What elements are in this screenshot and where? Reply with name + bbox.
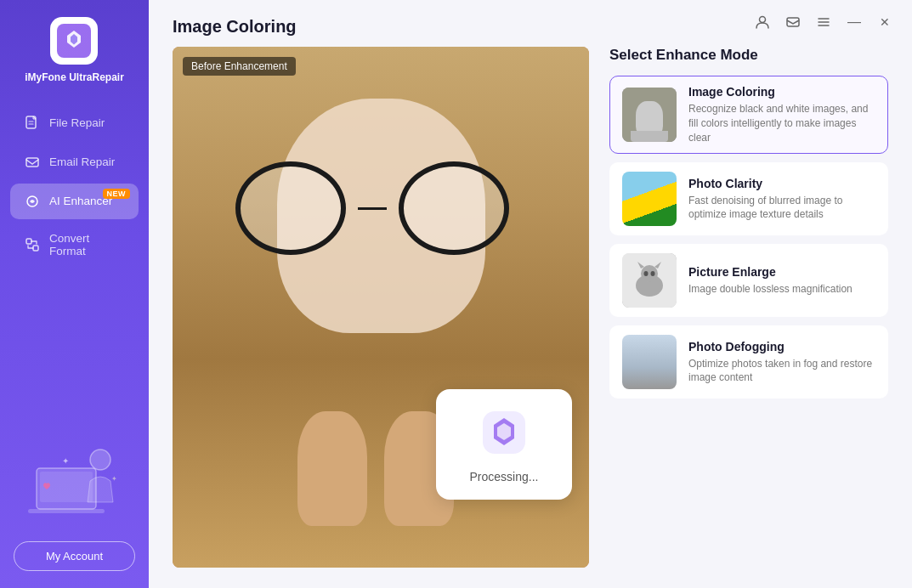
svg-point-23	[644, 271, 649, 276]
mode-desc-image-coloring: Recognize black and white images, and fi…	[688, 102, 875, 144]
sidebar-item-convert-format[interactable]: Convert Format	[10, 223, 139, 267]
glass-left	[235, 161, 346, 255]
glass-bridge	[358, 207, 387, 210]
mode-card-photo-defogging[interactable]: Photo Defogging Optimize photos taken in…	[609, 325, 888, 399]
mode-name-picture-enlarge: Picture Enlarge	[688, 265, 875, 279]
sidebar: iMyFone UltraRepair File Repair	[0, 0, 149, 588]
my-account-button[interactable]: My Account	[14, 541, 135, 571]
svg-point-11	[90, 449, 110, 470]
face-silhouette	[622, 88, 677, 142]
mode-thumbnail-photo-clarity	[622, 172, 677, 226]
minimize-button[interactable]: —	[841, 8, 868, 36]
face-sil-body	[631, 131, 669, 142]
page-title: Image Coloring	[173, 17, 297, 37]
enhance-mode-title: Select Enhance Mode	[609, 47, 888, 64]
main-content: — ✕ Image Coloring Before Enhancement	[149, 0, 912, 588]
sidebar-item-email-repair[interactable]: Email Repair	[10, 144, 139, 180]
mode-desc-photo-defogging: Optimize photos taken in fog and restore…	[688, 357, 875, 386]
svg-point-24	[651, 271, 655, 276]
mode-name-photo-clarity: Photo Clarity	[688, 177, 875, 190]
svg-rect-7	[33, 246, 38, 251]
mode-thumbnail-photo-defogging	[622, 335, 677, 389]
new-badge: NEW	[103, 189, 131, 199]
svg-rect-6	[26, 239, 31, 244]
account-titlebar-button[interactable]	[749, 8, 776, 36]
mode-name-image-coloring: Image Coloring	[688, 85, 875, 99]
mode-card-image-coloring[interactable]: Image Coloring Recognize black and white…	[609, 76, 888, 154]
svg-point-22	[641, 265, 658, 282]
glass-right	[399, 161, 509, 255]
mode-list: Image Coloring Recognize black and white…	[609, 76, 888, 399]
sidebar-item-ai-enhancer[interactable]: AI Enhancer NEW	[10, 184, 139, 219]
processing-icon	[477, 405, 531, 460]
sidebar-illustration: ✦ ✦	[15, 434, 134, 528]
hand-left	[297, 411, 367, 526]
mode-info-photo-defogging: Photo Defogging Optimize photos taken in…	[688, 340, 875, 386]
before-label: Before Enhancement	[183, 57, 296, 76]
sidebar-navigation: File Repair Email Repair AI Enhancer NEW	[0, 105, 149, 426]
logo-area: iMyFone UltraRepair	[25, 17, 124, 85]
mode-thumbnail-image-coloring	[622, 88, 677, 142]
ai-enhancer-icon	[24, 193, 41, 210]
sidebar-label-file-repair: File Repair	[49, 116, 105, 129]
mail-titlebar-button[interactable]	[779, 8, 807, 36]
sidebar-label-convert-format: Convert Format	[49, 232, 125, 257]
processing-text: Processing...	[470, 470, 539, 483]
mode-desc-photo-clarity: Fast denoising of blurred image to optim…	[688, 194, 875, 223]
glasses	[235, 161, 527, 255]
svg-rect-10	[28, 509, 105, 513]
email-repair-icon	[24, 154, 41, 171]
mode-info-image-coloring: Image Coloring Recognize black and white…	[688, 85, 875, 144]
mode-desc-picture-enlarge: Image double lossless magnification	[688, 282, 875, 297]
svg-rect-4	[26, 158, 38, 167]
right-panel: Select Enhance Mode Image Coloring Recog…	[609, 47, 888, 568]
content-area: Before Enhancement	[149, 47, 912, 588]
mode-thumbnail-picture-enlarge	[622, 253, 677, 308]
mode-card-picture-enlarge[interactable]: Picture Enlarge Image double lossless ma…	[609, 244, 888, 317]
mode-name-photo-defogging: Photo Defogging	[688, 340, 875, 353]
mode-info-picture-enlarge: Picture Enlarge Image double lossless ma…	[688, 265, 875, 297]
convert-format-icon	[24, 236, 41, 253]
processing-overlay: Processing...	[436, 389, 572, 500]
sidebar-item-file-repair[interactable]: File Repair	[10, 105, 139, 141]
app-name: iMyFone UltraRepair	[25, 71, 124, 85]
close-button[interactable]: ✕	[871, 8, 898, 36]
image-preview-container: Before Enhancement	[173, 47, 589, 568]
menu-titlebar-button[interactable]	[810, 8, 837, 36]
sidebar-label-email-repair: Email Repair	[49, 155, 115, 168]
svg-text:✦: ✦	[111, 475, 117, 483]
mode-info-photo-clarity: Photo Clarity Fast denoising of blurred …	[688, 177, 875, 223]
app-logo	[50, 17, 98, 65]
title-bar: — ✕	[735, 0, 912, 44]
svg-point-14	[760, 17, 766, 23]
file-repair-icon	[24, 115, 41, 132]
svg-text:✦: ✦	[62, 456, 69, 466]
mode-card-photo-clarity[interactable]: Photo Clarity Fast denoising of blurred …	[609, 162, 888, 235]
